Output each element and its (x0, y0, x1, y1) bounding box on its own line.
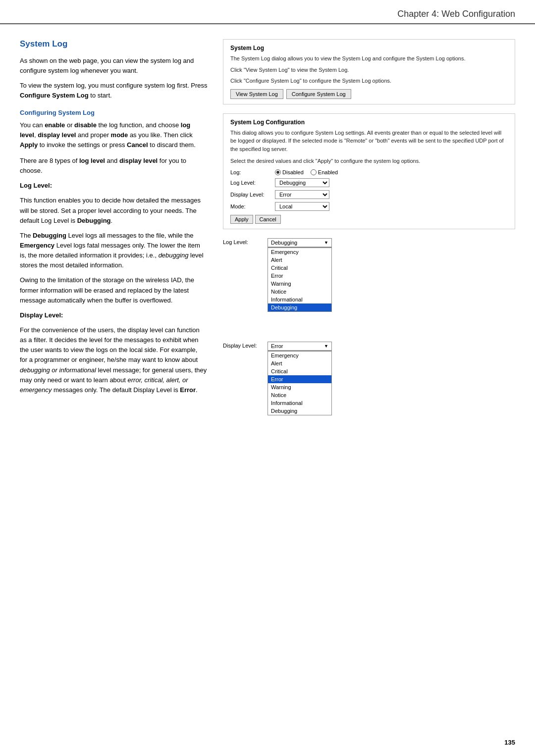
page-number: 135 (504, 739, 515, 746)
display-level-dropdown-header: Error ▼ (268, 342, 331, 351)
display-level-select[interactable]: Error (275, 190, 329, 199)
chapter-title: Chapter 4: Web Configuration (397, 9, 515, 19)
display-level-title-text: Display Level: (20, 310, 208, 320)
system-log-button-row: View System Log Configure System Log (230, 89, 508, 99)
radio-enabled[interactable]: Enabled (311, 169, 338, 175)
log-level-dropdown-panel: Log Level: Debugging ▼ Emergency Alert C… (223, 238, 515, 312)
log-level-config-row: Log Level: Debugging (230, 178, 508, 187)
log-config-label: Log: (230, 169, 275, 175)
log-level-dropdown-arrow: ▼ (324, 240, 328, 245)
mode-config-row: Mode: Local (230, 202, 508, 211)
log-level-item-5[interactable]: Notice (268, 288, 331, 296)
log-config-row: Log: Disabled Enabled (230, 169, 508, 175)
cancel-button[interactable]: Cancel (255, 215, 281, 224)
config-panel-desc: This dialog allows you to configure Syst… (230, 129, 508, 153)
log-level-select[interactable]: Debugging (275, 178, 329, 187)
radio-enabled-label: Enabled (318, 169, 338, 175)
display-level-item-7[interactable]: Debugging (268, 407, 331, 415)
radio-disabled-circle (275, 169, 281, 175)
log-level-title-text: Log Level: (20, 181, 208, 191)
log-level-dropdown-header: Debugging ▼ (268, 239, 331, 247)
radio-enabled-circle (311, 169, 317, 175)
log-level-item-0[interactable]: Emergency (268, 248, 331, 256)
system-log-config-panel: System Log Configuration This dialog all… (223, 113, 515, 229)
display-level-item-3[interactable]: Error (268, 375, 331, 383)
log-level-item-3[interactable]: Error (268, 272, 331, 280)
left-column: System Log As shown on the web page, you… (20, 39, 208, 424)
radio-disabled-label: Disabled (282, 169, 304, 175)
mode-select[interactable]: Local (275, 202, 329, 211)
display-level-dropdown-row: Display Level: Error ▼ Emergency Alert C… (223, 342, 515, 415)
view-system-log-button[interactable]: View System Log (230, 89, 283, 99)
display-level-dropdown-selected: Error (271, 343, 283, 349)
display-level-body: For the convenience of the users, the di… (20, 325, 208, 395)
log-level-item-1[interactable]: Alert (268, 256, 331, 264)
intro-paragraph-2: To view the system log, you must configu… (20, 81, 208, 101)
display-level-dropdown-box[interactable]: Error ▼ (268, 342, 332, 351)
log-level-item-6[interactable]: Informational (268, 296, 331, 303)
subsection-body: You can enable or disable the log functi… (20, 120, 208, 150)
radio-disabled[interactable]: Disabled (275, 169, 304, 175)
system-log-click2: Click "Configure System Log" to configur… (230, 77, 508, 85)
log-level-body: This function enables you to decide how … (20, 196, 208, 225)
log-level-item-4[interactable]: Warning (268, 280, 331, 288)
section-title: System Log (20, 39, 208, 49)
config-panel-title: System Log Configuration (230, 119, 508, 126)
radio-disabled-dot (276, 171, 279, 174)
mode-config-label: Mode: (230, 203, 275, 209)
display-level-config-label: Display Level: (230, 192, 275, 198)
log-radio-group: Disabled Enabled (275, 169, 338, 175)
overflow-para: Owing to the limitation of the storage o… (20, 275, 208, 305)
config-panel-instruction: Select the desired values and click "App… (230, 157, 508, 165)
log-level-dropdown-selected: Debugging (271, 240, 297, 246)
display-level-item-2[interactable]: Critical (268, 367, 331, 375)
display-level-dropdown-container: Error ▼ Emergency Alert Critical Error W… (268, 342, 332, 415)
display-level-item-4[interactable]: Warning (268, 383, 331, 391)
display-level-item-1[interactable]: Alert (268, 359, 331, 367)
display-level-item-5[interactable]: Notice (268, 391, 331, 399)
display-level-dropdown-arrow: ▼ (324, 344, 328, 349)
configure-system-log-button[interactable]: Configure System Log (286, 89, 351, 99)
intro-paragraph-1: As shown on the web page, you can view t… (20, 56, 208, 76)
apply-button[interactable]: Apply (230, 215, 253, 224)
log-level-dropdown-box[interactable]: Debugging ▼ (268, 238, 332, 248)
system-log-click1: Click "View System Log" to view the Syst… (230, 66, 508, 74)
log-level-dropdown-list: Emergency Alert Critical Error Warning N… (268, 248, 332, 312)
system-log-panel-desc: The System Log dialog allows you to view… (230, 54, 508, 63)
right-column: System Log The System Log dialog allows … (223, 39, 515, 424)
log-level-dropdown-label: Log Level: (223, 238, 263, 245)
log-level-item-2[interactable]: Critical (268, 264, 331, 272)
subsection-configuring-title: Configuring System Log (20, 109, 208, 116)
chapter-header: Chapter 4: Web Configuration (0, 0, 535, 24)
display-level-dropdown-list: Emergency Alert Critical Error Warning N… (268, 351, 332, 415)
display-level-item-0[interactable]: Emergency (268, 352, 331, 359)
config-action-row: Apply Cancel (230, 215, 508, 224)
display-level-config-row: Display Level: Error (230, 190, 508, 199)
display-level-item-6[interactable]: Informational (268, 399, 331, 407)
log-level-dropdown-container: Debugging ▼ Emergency Alert Critical Err… (268, 238, 332, 312)
debugging-para: The Debugging Level logs all messages to… (20, 231, 208, 271)
log-level-dropdown-row: Log Level: Debugging ▼ Emergency Alert C… (223, 238, 515, 312)
system-log-panel-title: System Log (230, 45, 508, 51)
display-level-dropdown-panel: Display Level: Error ▼ Emergency Alert C… (223, 342, 515, 415)
display-level-dropdown-label: Display Level: (223, 342, 263, 349)
log-level-item-7[interactable]: Debugging (268, 303, 331, 311)
system-log-panel: System Log The System Log dialog allows … (223, 39, 515, 104)
log-level-config-label: Log Level: (230, 180, 275, 186)
log-level-intro: There are 8 types of log level and displ… (20, 156, 208, 176)
